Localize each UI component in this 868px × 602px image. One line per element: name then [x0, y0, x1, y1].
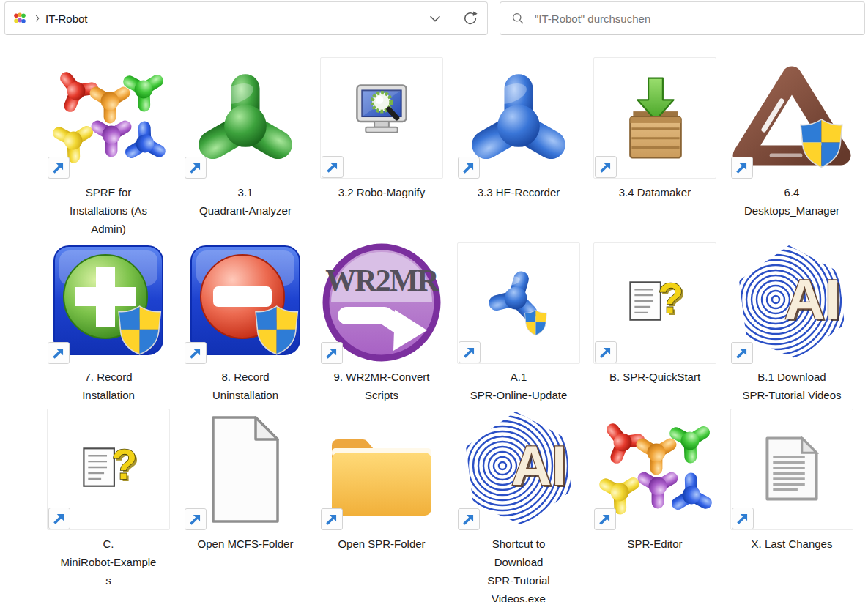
- file-item[interactable]: [320, 242, 443, 364]
- file-item-label: B. SPR-QuickStart: [585, 368, 724, 386]
- file-item[interactable]: [593, 242, 716, 364]
- shortcut-arrow-icon: [458, 157, 480, 179]
- file-item[interactable]: [47, 409, 170, 530]
- shortcut-arrow-icon: [48, 157, 70, 179]
- shortcut-arrow-icon: [185, 508, 207, 530]
- file-item-label: B.1 Download SPR-Tutorial Videos: [722, 368, 861, 404]
- breadcrumb-chevron-icon: [32, 13, 42, 23]
- file-item[interactable]: [730, 242, 853, 364]
- file-item-label: 9. WR2MR-Convert Scripts: [312, 368, 451, 404]
- shortcut-arrow-icon: [48, 342, 70, 364]
- shortcut-arrow-icon: [185, 157, 207, 179]
- file-explorer-window: IT-Robot onal ger SPRE for Installations…: [0, 0, 868, 602]
- address-dropdown-button[interactable]: [424, 7, 446, 29]
- file-item-label: SPRE for Installations (As Admin): [39, 183, 178, 238]
- shortcut-arrow-icon: [731, 342, 753, 364]
- folder-logo-icon: [13, 12, 26, 25]
- file-item[interactable]: [730, 57, 853, 179]
- file-item-label: A.1 SPR-Online-Update: [449, 368, 588, 404]
- shortcut-arrow-icon: [321, 508, 343, 530]
- file-item-label: Open MCFS-Folder: [176, 535, 315, 553]
- shortcut-arrow-icon: [459, 341, 481, 363]
- file-item-label: X. Last Changes: [722, 535, 861, 553]
- file-item[interactable]: [593, 57, 716, 179]
- file-item[interactable]: [47, 242, 170, 364]
- shortcut-arrow-icon: [185, 342, 207, 364]
- search-icon: [511, 11, 525, 26]
- file-item-label: 3.3 HE-Recorder: [449, 183, 588, 201]
- refresh-button[interactable]: [459, 7, 481, 29]
- shortcut-arrow-icon: [732, 508, 754, 529]
- file-item-label: 7. Record Installation: [39, 368, 178, 404]
- search-box: [500, 1, 865, 35]
- file-item-label: 8. Record Uninstallation: [176, 368, 315, 404]
- file-item[interactable]: [184, 57, 307, 179]
- shortcut-arrow-icon: [321, 342, 343, 364]
- file-item-label: 3.2 Robo-Magnify: [312, 183, 451, 201]
- breadcrumb[interactable]: IT-Robot: [45, 12, 88, 25]
- file-item[interactable]: [320, 409, 443, 530]
- chevron-down-icon: [427, 10, 443, 26]
- address-bar[interactable]: IT-Robot: [4, 1, 488, 35]
- file-item[interactable]: [457, 57, 580, 179]
- shortcut-arrow-icon: [48, 508, 70, 529]
- shortcut-arrow-icon: [594, 508, 616, 530]
- file-item-label: Open SPR-Folder: [312, 535, 451, 553]
- shortcut-arrow-icon: [731, 157, 753, 179]
- file-item[interactable]: [593, 409, 716, 530]
- file-item[interactable]: [730, 409, 853, 530]
- file-item-label: 3.4 Datamaker: [585, 183, 724, 201]
- file-item[interactable]: [47, 57, 170, 179]
- shortcut-arrow-icon: [458, 508, 480, 530]
- file-item[interactable]: [457, 409, 580, 530]
- file-item[interactable]: [184, 409, 307, 530]
- file-item-label: C. MiniRobot-Example s: [39, 535, 178, 590]
- file-item-label: Shortcut to Download SPR-Tutorial Videos…: [449, 535, 588, 602]
- shortcut-arrow-icon: [322, 156, 344, 178]
- refresh-icon: [462, 10, 478, 26]
- toolbar: IT-Robot: [0, 0, 868, 40]
- shortcut-arrow-icon: [595, 156, 617, 178]
- file-item-label: SPR-Editor: [585, 535, 724, 553]
- shortcut-arrow-icon: [595, 341, 617, 363]
- search-input[interactable]: [533, 12, 854, 26]
- file-item[interactable]: [320, 57, 443, 179]
- file-item[interactable]: [184, 242, 307, 364]
- file-item-label: 6.4 Desktops_Manager: [722, 183, 861, 220]
- file-item-label: 3.1 Quadrant-Analyzer: [176, 183, 315, 220]
- file-grid: SPRE for Installations (As Admin)3.1 Qua…: [0, 39, 868, 602]
- file-item[interactable]: [457, 242, 580, 364]
